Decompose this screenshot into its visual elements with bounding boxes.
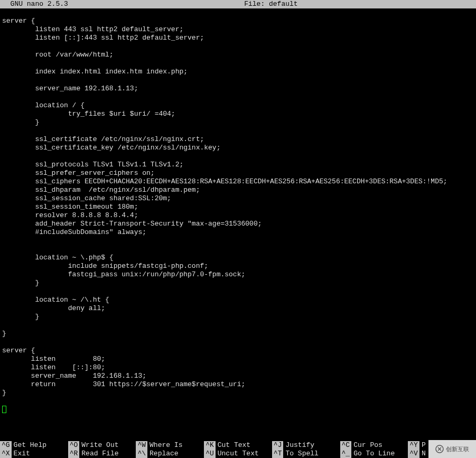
help-label: Where Is: [150, 441, 182, 450]
help-item[interactable]: ^JJustify: [272, 441, 340, 450]
help-key: ^W: [136, 441, 147, 450]
help-key: ^U: [204, 450, 216, 458]
help-key: ^K: [204, 441, 216, 450]
help-label: Cur Pos: [353, 441, 382, 450]
help-label: Exit: [14, 450, 30, 458]
help-label: Uncut Text: [218, 450, 259, 458]
help-item[interactable]: ^UUncut Text: [204, 450, 272, 458]
file-content: server { listen 443 ssl http2 default_se…: [2, 17, 447, 397]
help-key: ^T: [272, 450, 284, 458]
help-label: P: [422, 441, 426, 450]
help-item[interactable]: ^_Go To Line: [340, 450, 408, 458]
file-name: File: default: [68, 0, 474, 8]
help-item[interactable]: ^\Replace: [136, 450, 204, 458]
help-label: Read File: [81, 450, 118, 458]
cursor: [2, 406, 6, 413]
help-key: ^R: [68, 450, 80, 458]
help-label: Justify: [285, 441, 314, 450]
help-item[interactable]: ^GGet Help: [0, 441, 68, 450]
help-label: Write Out: [81, 441, 118, 450]
help-item[interactable]: ^VN: [408, 450, 476, 458]
help-key: ^V: [408, 450, 419, 458]
help-key: ^Y: [408, 441, 419, 450]
help-item[interactable]: ^CCur Pos: [340, 441, 408, 450]
help-key: ^X: [0, 450, 12, 458]
help-label: Cut Text: [218, 441, 250, 450]
help-key: ^G: [0, 441, 12, 450]
help-label: Get Help: [14, 441, 46, 450]
editor-area[interactable]: server { listen 443 ssl http2 default_se…: [0, 8, 476, 416]
help-key: ^O: [68, 441, 80, 450]
help-label: Go To Line: [353, 450, 395, 458]
help-item[interactable]: ^RRead File: [68, 450, 136, 458]
title-bar: GNU nano 2.5.3 File: default: [0, 0, 476, 8]
help-item[interactable]: ^YP: [408, 441, 476, 450]
help-item[interactable]: ^TTo Spell: [272, 450, 340, 458]
help-item[interactable]: ^OWrite Out: [68, 441, 136, 450]
help-bar: ^GGet Help^OWrite Out^WWhere Is^KCut Tex…: [0, 441, 476, 458]
help-label: N: [422, 450, 426, 458]
help-item[interactable]: ^WWhere Is: [136, 441, 204, 450]
app-name: GNU nano 2.5.3: [2, 0, 68, 8]
help-label: To Spell: [285, 450, 318, 458]
help-label: Replace: [150, 450, 179, 458]
help-key: ^J: [272, 441, 284, 450]
help-key: ^C: [340, 441, 352, 450]
help-item[interactable]: ^KCut Text: [204, 441, 272, 450]
help-key: ^\: [136, 450, 147, 458]
help-item[interactable]: ^XExit: [0, 450, 68, 458]
help-key: ^_: [340, 450, 352, 458]
